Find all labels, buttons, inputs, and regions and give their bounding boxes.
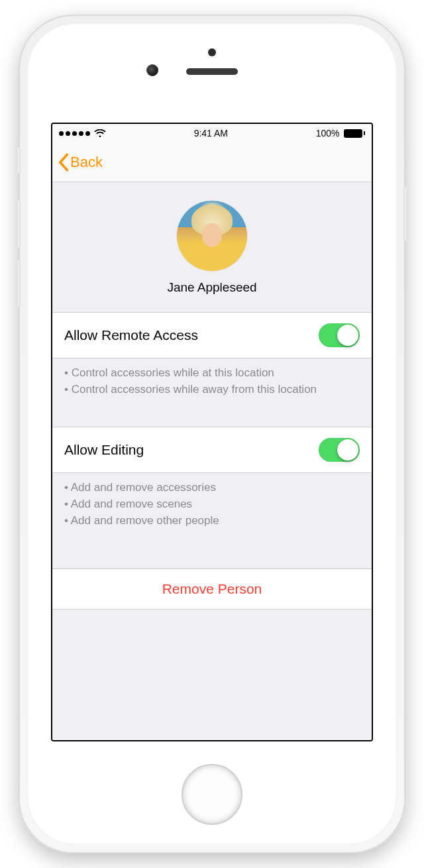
editing-bullet: Add and remove accessories [64, 480, 360, 496]
remote-access-bullet: Control accessories while at this locati… [64, 365, 360, 382]
section-spacer [52, 417, 372, 427]
editing-bullet: Add and remove scenes [64, 496, 360, 513]
allow-editing-label: Allow Editing [64, 442, 144, 458]
battery-percentage: 100% [316, 128, 340, 138]
earpiece-speaker [186, 68, 238, 75]
home-button[interactable] [182, 764, 242, 825]
back-button[interactable]: Back [58, 153, 103, 172]
editing-bullet: Add and remove other people [64, 513, 360, 529]
navigation-bar: Back [52, 142, 372, 182]
status-time: 9:41 AM [194, 128, 228, 138]
content-background [52, 610, 372, 741]
volume-up-button [17, 201, 21, 247]
allow-remote-access-toggle[interactable] [319, 323, 360, 347]
section-spacer [52, 549, 372, 569]
chevron-left-icon [58, 153, 69, 172]
screen: 9:41 AM 100% Back [51, 123, 373, 741]
mute-switch [17, 148, 21, 173]
avatar [177, 201, 247, 271]
wifi-icon [94, 129, 106, 138]
battery-icon [344, 129, 366, 138]
power-button [403, 188, 407, 241]
phone-bezel: 9:41 AM 100% Back [27, 23, 397, 845]
allow-remote-access-description: Control accessories while at this locati… [52, 358, 372, 417]
allow-editing-toggle[interactable] [319, 438, 360, 462]
remote-access-bullet: Control accessories while away from this… [64, 382, 360, 398]
allow-editing-row: Allow Editing [52, 427, 372, 473]
volume-down-button [17, 260, 21, 307]
remove-person-button[interactable]: Remove Person [52, 569, 372, 610]
back-label: Back [70, 154, 103, 171]
profile-header: Jane Appleseed [52, 182, 372, 312]
allow-remote-access-row: Allow Remote Access [52, 312, 372, 358]
profile-name: Jane Appleseed [52, 280, 372, 295]
front-camera [146, 64, 158, 76]
allow-editing-description: Add and remove accessories Add and remov… [52, 473, 372, 549]
cellular-signal-icon [59, 131, 90, 136]
allow-remote-access-label: Allow Remote Access [64, 327, 198, 343]
status-bar: 9:41 AM 100% [52, 124, 372, 142]
proximity-sensor [208, 48, 216, 56]
phone-device-frame: 9:41 AM 100% Back [19, 15, 405, 853]
